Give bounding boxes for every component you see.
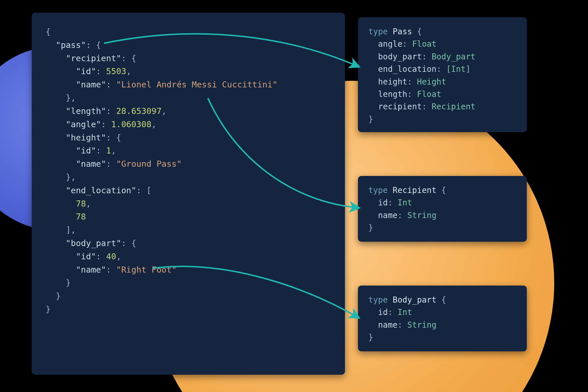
- json-length-key: "length": [66, 106, 106, 116]
- json-height-key: "height": [66, 133, 106, 142]
- schema-field-name: id: [378, 307, 388, 317]
- schema-field-type: Int: [397, 198, 412, 207]
- schema-recipient-name: Recipient: [393, 185, 436, 195]
- schema-field-type: String: [407, 320, 436, 330]
- schema-field-type: Float: [412, 39, 436, 49]
- json-recipient-key: "recipient": [66, 53, 121, 63]
- schema-bodypart-panel: type Body_part { id: Int name: String }: [358, 286, 527, 351]
- schema-field-type: Int: [397, 307, 412, 317]
- json-end-location-key: "end_location": [66, 185, 136, 195]
- schema-field-name: id: [378, 198, 388, 207]
- schema-field-name: name: [378, 320, 397, 330]
- schema-keyword: type: [368, 27, 388, 36]
- schema-field-name: end_location: [378, 64, 436, 74]
- schema-field-name: length: [378, 89, 407, 99]
- json-height-id-key: "id": [76, 146, 96, 155]
- schema-keyword: type: [368, 185, 388, 195]
- json-body-part-id-val: 40: [106, 252, 116, 261]
- json-body-part-name-val: "Right Foot": [116, 265, 177, 275]
- schema-bodypart-name: Body_part: [393, 295, 436, 305]
- json-height-name-val: "Ground Pass": [116, 159, 182, 169]
- schema-field-name: recipient: [378, 102, 422, 111]
- json-open-brace: {: [46, 27, 51, 37]
- schema-keyword: type: [368, 295, 388, 305]
- schema-field-name: body_part: [378, 52, 422, 61]
- json-height-id-val: 1: [106, 146, 111, 155]
- json-recipient-name-key: "name": [76, 80, 106, 89]
- schema-field-type: String: [407, 211, 436, 220]
- schema-field-name: angle: [378, 39, 402, 49]
- json-pass-key: "pass": [56, 40, 86, 50]
- json-recipient-id-val: 5503: [106, 66, 126, 76]
- json-body-part-key: "body_part": [66, 238, 121, 248]
- schema-field-type: Float: [417, 89, 441, 99]
- json-body-part-id-key: "id": [76, 252, 96, 261]
- json-end-location-1: 78: [76, 212, 86, 222]
- schema-field-type: Recipient: [432, 102, 475, 111]
- schema-pass-panel: type Pass { angle: Float body_part: Body…: [358, 17, 527, 132]
- json-close-brace: }: [46, 304, 51, 314]
- json-angle-val: 1.060308: [111, 119, 152, 129]
- schema-field-type: Body_part: [432, 52, 475, 61]
- schema-field-name: height: [378, 77, 407, 87]
- schema-field-type: [Int]: [446, 64, 471, 74]
- schema-pass-name: Pass: [393, 27, 412, 36]
- schema-field-name: name: [378, 211, 397, 220]
- json-height-name-key: "name": [76, 159, 106, 169]
- json-panel: { "pass": { "recipient": { "id": 5503, "…: [32, 13, 345, 375]
- json-recipient-name-val: "Lionel Andrés Messi Cuccittini": [116, 80, 277, 89]
- json-body-part-name-key: "name": [76, 265, 106, 275]
- schema-recipient-panel: type Recipient { id: Int name: String }: [358, 176, 527, 242]
- json-angle-key: "angle": [66, 119, 101, 129]
- json-recipient-id-key: "id": [76, 66, 96, 76]
- json-length-val: 28.653097: [116, 106, 161, 116]
- schema-field-type: Height: [417, 77, 446, 87]
- json-end-location-0: 78: [76, 199, 86, 209]
